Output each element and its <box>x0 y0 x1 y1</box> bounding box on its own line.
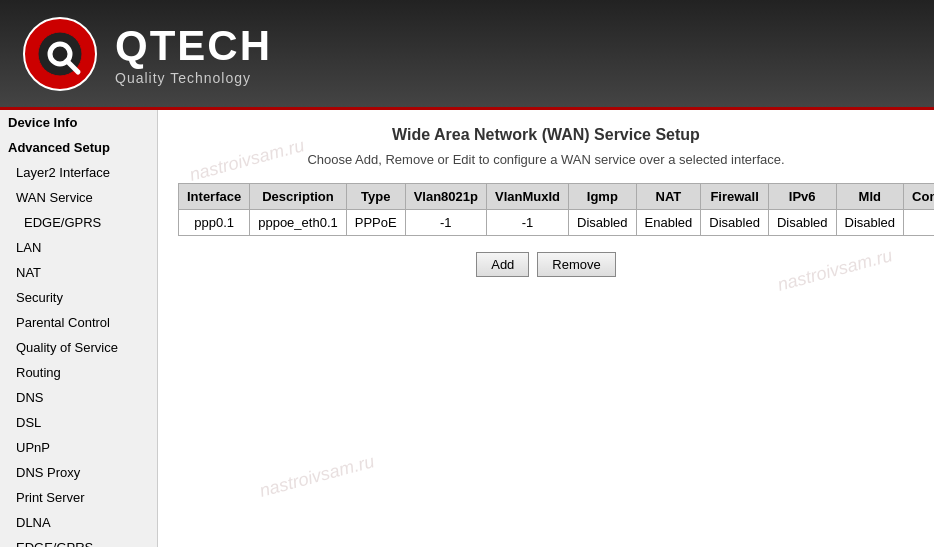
table-col-description: Description <box>250 184 347 210</box>
sidebar-item-print-server[interactable]: Print Server <box>0 485 157 510</box>
logo-subtitle: Quality Technology <box>115 70 272 86</box>
table-cell-0-1: pppoe_eth0.1 <box>250 210 347 236</box>
wan-table-header: InterfaceDescriptionTypeVlan8021pVlanMux… <box>179 184 935 210</box>
action-buttons: Add Remove <box>178 252 914 277</box>
logo-container: QTECH Quality Technology <box>20 14 272 94</box>
sidebar-item-edge-gprs[interactable]: EDGE/GPRS <box>0 535 157 547</box>
sidebar-item-parental-control[interactable]: Parental Control <box>0 310 157 335</box>
table-cell-0-2: PPPoE <box>346 210 405 236</box>
logo-title: QTECH <box>115 22 272 70</box>
table-cell-0-7: Disabled <box>701 210 769 236</box>
table-header-row: InterfaceDescriptionTypeVlan8021pVlanMux… <box>179 184 935 210</box>
sidebar-item-dsl[interactable]: DSL <box>0 410 157 435</box>
sidebar-item-wan-service[interactable]: WAN Service <box>0 185 157 210</box>
table-col-nat: NAT <box>636 184 701 210</box>
watermark-3: nastroivsam.ru <box>257 451 376 502</box>
sidebar-item-routing[interactable]: Routing <box>0 360 157 385</box>
table-col-vlan8021p: Vlan8021p <box>405 184 486 210</box>
sidebar-item-layer2-interface[interactable]: Layer2 Interface <box>0 160 157 185</box>
table-row: ppp0.1pppoe_eth0.1PPPoE-1-1DisabledEnabl… <box>179 210 935 236</box>
content-area: nastroivsam.ru nastroivsam.ru nastroivsa… <box>158 110 934 547</box>
table-col-mld: Mld <box>836 184 904 210</box>
sidebar-item-quality-of-service[interactable]: Quality of Service <box>0 335 157 360</box>
table-col-interface: Interface <box>179 184 250 210</box>
table-cell-0-6: Enabled <box>636 210 701 236</box>
table-cell-0-3: -1 <box>405 210 486 236</box>
table-cell-0-9: Disabled <box>836 210 904 236</box>
table-cell-0-5: Disabled <box>569 210 637 236</box>
sidebar-item-dns[interactable]: DNS <box>0 385 157 410</box>
logo-text: QTECH Quality Technology <box>115 22 272 86</box>
sidebar-item-advanced-setup[interactable]: Advanced Setup <box>0 135 157 160</box>
table-col-connect-disconnect: Connect/Disconnect <box>904 184 934 210</box>
sidebar: Device InfoAdvanced SetupLayer2 Interfac… <box>0 110 158 547</box>
sidebar-item-dlna[interactable]: DLNA <box>0 510 157 535</box>
remove-button[interactable]: Remove <box>537 252 615 277</box>
sidebar-item-security[interactable]: Security <box>0 285 157 310</box>
wan-table: InterfaceDescriptionTypeVlan8021pVlanMux… <box>178 183 934 236</box>
main-layout: Device InfoAdvanced SetupLayer2 Interfac… <box>0 110 934 547</box>
content-description: Choose Add, Remove or Edit to configure … <box>178 152 914 167</box>
table-col-ipv6: IPv6 <box>768 184 836 210</box>
table-cell-0-10: Disabled <box>904 210 934 236</box>
wan-table-body: ppp0.1pppoe_eth0.1PPPoE-1-1DisabledEnabl… <box>179 210 935 236</box>
sidebar-item-lan[interactable]: LAN <box>0 235 157 260</box>
sidebar-item-edge-gprs-sub[interactable]: EDGE/GPRS <box>0 210 157 235</box>
table-cell-0-8: Disabled <box>768 210 836 236</box>
table-col-firewall: Firewall <box>701 184 769 210</box>
sidebar-item-device-info[interactable]: Device Info <box>0 110 157 135</box>
add-button[interactable]: Add <box>476 252 529 277</box>
table-col-vlanmuxid: VlanMuxId <box>486 184 568 210</box>
table-cell-0-0: ppp0.1 <box>179 210 250 236</box>
table-col-igmp: Igmp <box>569 184 637 210</box>
header: QTECH Quality Technology <box>0 0 934 110</box>
table-cell-0-4: -1 <box>486 210 568 236</box>
table-col-type: Type <box>346 184 405 210</box>
qtech-logo-icon <box>20 14 100 94</box>
sidebar-item-upnp[interactable]: UPnP <box>0 435 157 460</box>
sidebar-item-nat[interactable]: NAT <box>0 260 157 285</box>
sidebar-item-dns-proxy[interactable]: DNS Proxy <box>0 460 157 485</box>
page-title: Wide Area Network (WAN) Service Setup <box>178 126 914 144</box>
